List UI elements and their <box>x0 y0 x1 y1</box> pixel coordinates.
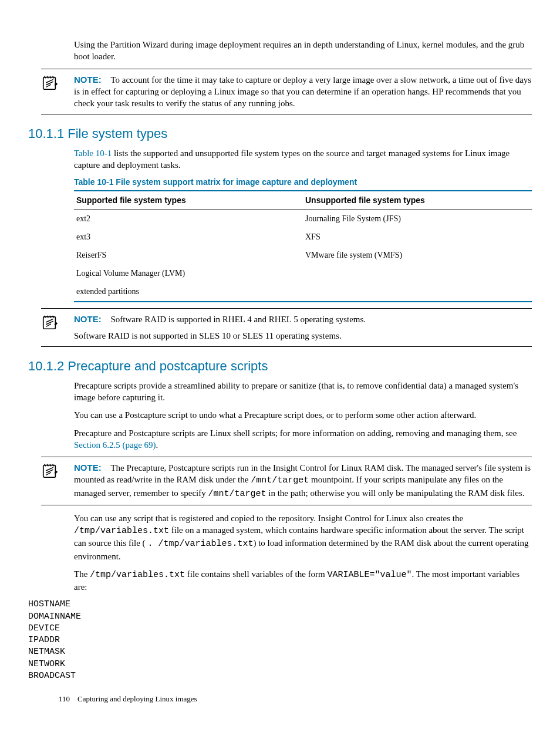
col-unsupported: Unsupported file system types <box>303 191 532 210</box>
note-icon <box>41 462 59 480</box>
note3-m2: /mnt/target <box>208 489 266 499</box>
note-label: NOTE: <box>74 314 102 324</box>
variable-list: HOSTNAME DOMAINNAME DEVICE IPADDR NETMAS… <box>28 599 532 682</box>
t2: file contains shell variables of the for… <box>185 569 327 579</box>
paragraph-after-note3-b: The /tmp/variables.txt file contains she… <box>74 568 532 593</box>
chapter-title: Capturing and deploying Linux images <box>77 694 197 703</box>
col-supported: Supported file system types <box>74 191 303 210</box>
table-row: extended partitions <box>74 283 532 302</box>
note-label: NOTE: <box>74 75 102 85</box>
section-link[interactable]: Section 6.2.5 (page 69) <box>74 440 156 450</box>
page-number: 110 <box>59 694 70 703</box>
note-line-1: Software RAID is supported in RHEL 4 and… <box>110 315 366 324</box>
m1: /tmp/variables.txt <box>74 526 169 536</box>
cell: ext3 <box>74 228 303 247</box>
m2: VARIABLE="value" <box>328 570 412 580</box>
p1: Precapture scripts provide a streamlined… <box>74 380 532 404</box>
note-label: NOTE: <box>74 463 102 472</box>
paragraph-after-note3-a: You can use any script that is registere… <box>74 512 532 562</box>
table-row: ext2Journaling File System (JFS) <box>74 210 532 228</box>
var: HOSTNAME <box>28 599 532 610</box>
page-footer: 110 Capturing and deploying Linux images <box>59 694 532 704</box>
table-row: ReiserFSVMware file system (VMFS) <box>74 247 532 265</box>
note-block-2: NOTE: Software RAID is supported in RHEL… <box>41 308 532 347</box>
t1: The <box>74 569 90 579</box>
p3-prefix: Precapture and Postcapture scripts are L… <box>74 428 517 438</box>
var: NETWORK <box>28 659 532 670</box>
cell <box>303 283 532 302</box>
cell <box>303 265 532 283</box>
cell: ext2 <box>74 210 303 228</box>
var: IPADDR <box>28 634 532 646</box>
note-block-3: NOTE: The Precapture, Postcapture script… <box>41 457 532 505</box>
intro-suffix: lists the supported and unsupported file… <box>74 148 510 170</box>
p3: Precapture and Postcapture scripts are L… <box>74 427 532 451</box>
note3-after: in the path; otherwise you will only be … <box>266 488 525 498</box>
section-heading-10-1-1: 10.1.1 File system types <box>28 125 532 143</box>
var: DEVICE <box>28 623 532 634</box>
cell: Journaling File System (JFS) <box>303 210 532 228</box>
t1: You can use any script that is registere… <box>74 514 463 523</box>
cell: XFS <box>303 228 532 247</box>
var: BROADCAST <box>28 670 532 682</box>
table-row: ext3XFS <box>74 228 532 247</box>
m2: . /tmp/variables.txt <box>147 539 253 549</box>
note-block-1: NOTE: To account for the time it may tak… <box>41 69 532 115</box>
cell: VMware file system (VMFS) <box>303 247 532 265</box>
table-caption: Table 10-1 File system support matrix fo… <box>74 177 532 188</box>
note-text: To account for the time it may take to c… <box>74 75 531 109</box>
var: NETMASK <box>28 646 532 658</box>
var: DOMAINNAME <box>28 611 532 623</box>
note-line-2: Software RAID is not supported in SLES 1… <box>74 330 532 342</box>
cell: extended partitions <box>74 283 303 302</box>
note-icon <box>41 313 59 331</box>
cell: Logical Volume Manager (LVM) <box>74 265 303 283</box>
p2: You can use a Postcapture script to undo… <box>74 409 532 421</box>
cell: ReiserFS <box>74 247 303 265</box>
p3-suffix: . <box>156 440 158 450</box>
table-link[interactable]: Table 10-1 <box>74 148 112 158</box>
table-row: Logical Volume Manager (LVM) <box>74 265 532 283</box>
intro-paragraph: Using the Partition Wizard during image … <box>74 39 532 63</box>
m1: /tmp/variables.txt <box>90 570 185 580</box>
section-heading-10-1-2: 10.1.2 Precapture and postcapture script… <box>28 357 532 375</box>
note-icon <box>41 74 59 92</box>
file-system-table: Supported file system types Unsupported … <box>74 190 532 302</box>
note3-m1: /mnt/target <box>251 475 309 485</box>
section-10-1-1-intro: Table 10-1 lists the supported and unsup… <box>74 147 532 171</box>
